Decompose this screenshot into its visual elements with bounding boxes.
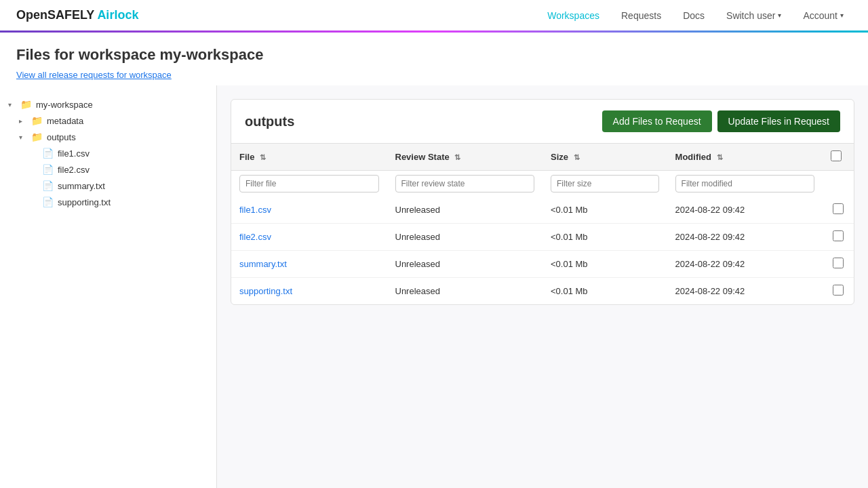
tree-item-label: outputs xyxy=(47,132,76,142)
folder-icon: 📁 xyxy=(31,131,43,142)
review-state-cell-3: Unreleased xyxy=(387,278,543,305)
review-state-cell-0: Unreleased xyxy=(387,197,543,224)
tree-item-supporting.txt[interactable]: 📄supporting.txt xyxy=(0,194,216,210)
row-checkbox-2[interactable] xyxy=(833,258,844,268)
tree-item-outputs[interactable]: ▾📁outputs xyxy=(0,129,216,145)
check-cell-0 xyxy=(823,197,854,224)
select-all-checkbox[interactable] xyxy=(831,150,842,161)
check-cell-1 xyxy=(823,224,854,251)
nav-switch-user[interactable]: Switch user ▾ xyxy=(718,5,789,26)
file-icon: 📄 xyxy=(42,164,54,175)
modified-cell-2: 2024-08-22 09:42 xyxy=(667,251,823,278)
sidebar: ▾📁my-workspace▸📁metadata▾📁outputs📄file1.… xyxy=(0,85,217,488)
tree-item-my-workspace[interactable]: ▾📁my-workspace xyxy=(0,96,216,113)
file-cell-0: file1.csv xyxy=(231,197,387,224)
filter-review-input[interactable] xyxy=(395,175,535,192)
check-cell-3 xyxy=(823,278,854,305)
row-checkbox-1[interactable] xyxy=(833,230,844,241)
tree-item-label: my-workspace xyxy=(36,100,93,110)
check-cell-2 xyxy=(823,251,854,278)
page-title: Files for workspace my-workspace xyxy=(16,46,852,64)
folder-icon: 📁 xyxy=(20,99,32,110)
col-header-file[interactable]: File ⇅ xyxy=(231,144,387,171)
sort-file-icon[interactable]: ⇅ xyxy=(260,153,266,161)
tree-item-summary.txt[interactable]: 📄summary.txt xyxy=(0,178,216,194)
modified-cell-1: 2024-08-22 09:42 xyxy=(667,224,823,251)
tree-item-label: metadata xyxy=(47,116,83,126)
tree-item-file2.csv[interactable]: 📄file2.csv xyxy=(0,161,216,178)
table-header-row: File ⇅ Review State ⇅ Size ⇅ Modified xyxy=(231,144,854,171)
col-header-size[interactable]: Size ⇅ xyxy=(542,144,667,171)
table-row: file1.csvUnreleased<0.01 Mb2024-08-22 09… xyxy=(231,197,854,224)
row-checkbox-0[interactable] xyxy=(833,203,844,214)
file-cell-2: summary.txt xyxy=(231,251,387,278)
nav-links: Workspaces Requests Docs Switch user ▾ A… xyxy=(539,5,852,26)
navbar: OpenSAFELY Airlock Workspaces Requests D… xyxy=(0,0,868,33)
tree-item-label: file2.csv xyxy=(58,165,90,175)
filter-file-input[interactable] xyxy=(239,175,379,192)
add-files-button[interactable]: Add Files to Request xyxy=(602,110,712,132)
size-cell-3: <0.01 Mb xyxy=(542,278,667,305)
nav-workspaces[interactable]: Workspaces xyxy=(539,5,608,26)
nav-requests[interactable]: Requests xyxy=(613,5,669,26)
file-icon: 📄 xyxy=(42,180,54,191)
file-link-1[interactable]: file2.csv xyxy=(239,232,271,242)
sort-modified-icon[interactable]: ⇅ xyxy=(717,153,723,161)
switch-user-chevron-icon: ▾ xyxy=(778,12,781,19)
file-link-2[interactable]: summary.txt xyxy=(239,259,287,269)
folder-icon: 📁 xyxy=(31,115,43,126)
review-state-cell-2: Unreleased xyxy=(387,251,543,278)
view-requests-link[interactable]: View all release requests for workspace xyxy=(16,70,172,80)
brand-airlock: Airlock xyxy=(97,8,138,22)
account-chevron-icon: ▾ xyxy=(840,12,844,19)
col-header-select-all[interactable] xyxy=(823,144,854,171)
page-header: Files for workspace my-workspace View al… xyxy=(0,33,868,85)
tree-item-metadata[interactable]: ▸📁metadata xyxy=(0,113,216,129)
sort-size-icon[interactable]: ⇅ xyxy=(574,153,580,161)
col-header-modified[interactable]: Modified ⇅ xyxy=(667,144,823,171)
file-cell-1: file2.csv xyxy=(231,224,387,251)
tree-expand-icon: ▾ xyxy=(19,134,27,141)
review-state-cell-1: Unreleased xyxy=(387,224,543,251)
tree-expand-icon: ▾ xyxy=(8,101,16,108)
content-area: outputs Add Files to Request Update File… xyxy=(217,85,868,488)
nav-account[interactable]: Account ▾ xyxy=(795,5,852,26)
table-row: supporting.txtUnreleased<0.01 Mb2024-08-… xyxy=(231,278,854,305)
file-section: outputs Add Files to Request Update File… xyxy=(231,99,854,305)
file-table: File ⇅ Review State ⇅ Size ⇅ Modified xyxy=(231,143,854,304)
update-files-button[interactable]: Update Files in Request xyxy=(717,110,840,132)
modified-cell-3: 2024-08-22 09:42 xyxy=(667,278,823,305)
file-cell-3: supporting.txt xyxy=(231,278,387,305)
col-header-review[interactable]: Review State ⇅ xyxy=(387,144,543,171)
tree-item-label: summary.txt xyxy=(58,181,105,191)
row-checkbox-3[interactable] xyxy=(833,285,844,296)
header-actions: Add Files to Request Update Files in Req… xyxy=(602,110,840,132)
filter-modified-input[interactable] xyxy=(675,175,815,192)
file-link-3[interactable]: supporting.txt xyxy=(239,286,292,296)
size-cell-2: <0.01 Mb xyxy=(542,251,667,278)
table-row: summary.txtUnreleased<0.01 Mb2024-08-22 … xyxy=(231,251,854,278)
main-layout: ▾📁my-workspace▸📁metadata▾📁outputs📄file1.… xyxy=(0,85,868,488)
filter-check-cell xyxy=(823,171,854,197)
filter-file-cell xyxy=(231,171,387,197)
file-icon: 📄 xyxy=(42,148,54,159)
brand-opensafely: OpenSAFELY xyxy=(16,8,94,22)
size-cell-0: <0.01 Mb xyxy=(542,197,667,224)
tree-expand-icon: ▸ xyxy=(19,117,27,125)
sort-review-icon[interactable]: ⇅ xyxy=(454,153,460,161)
filter-modified-cell xyxy=(667,171,823,197)
brand: OpenSAFELY Airlock xyxy=(16,8,138,22)
tree-item-file1.csv[interactable]: 📄file1.csv xyxy=(0,145,216,161)
filter-size-input[interactable] xyxy=(551,175,659,192)
modified-cell-0: 2024-08-22 09:42 xyxy=(667,197,823,224)
file-table-body: file1.csvUnreleased<0.01 Mb2024-08-22 09… xyxy=(231,197,854,304)
tree-item-label: file1.csv xyxy=(58,148,90,159)
section-title: outputs xyxy=(245,114,294,129)
file-section-header: outputs Add Files to Request Update File… xyxy=(231,100,854,143)
nav-docs[interactable]: Docs xyxy=(675,5,713,26)
file-icon: 📄 xyxy=(42,197,54,207)
filter-review-cell xyxy=(387,171,543,197)
file-link-0[interactable]: file1.csv xyxy=(239,205,271,215)
filter-size-cell xyxy=(542,171,667,197)
filter-row xyxy=(231,171,854,197)
